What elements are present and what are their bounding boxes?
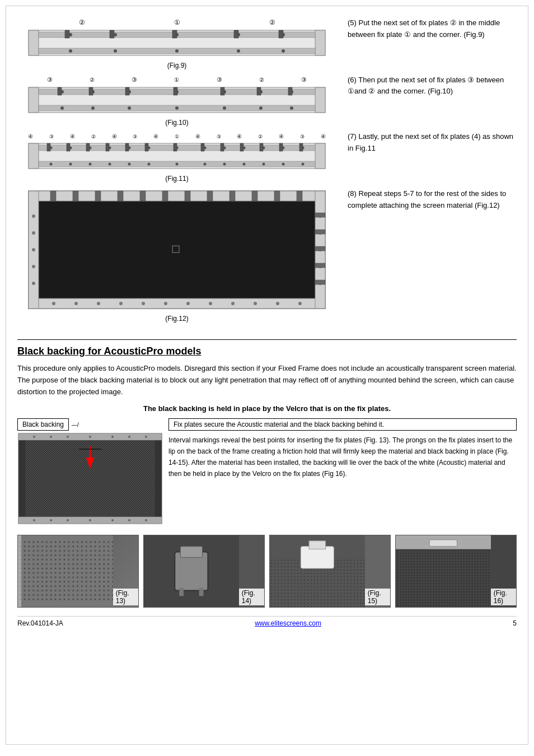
svg-rect-19: [279, 30, 283, 38]
svg-rect-80: [106, 143, 109, 151]
footer: Rev.041014-JA www.elitescreens.com 5: [17, 616, 517, 627]
svg-rect-183: [301, 547, 334, 568]
svg-point-115: [231, 302, 235, 305]
svg-point-109: [97, 302, 100, 305]
svg-point-74: [263, 163, 265, 166]
svg-rect-43: [221, 87, 224, 95]
fig11-n13: ④: [279, 133, 284, 139]
svg-rect-132: [95, 191, 101, 201]
svg-point-68: [128, 163, 131, 166]
svg-point-34: [128, 106, 131, 110]
svg-rect-21: [29, 87, 39, 113]
svg-rect-90: [29, 191, 325, 309]
svg-rect-1: [29, 30, 39, 55]
top-section: ② ① ②: [17, 17, 517, 328]
svg-rect-83: [174, 143, 177, 151]
svg-point-67: [109, 163, 111, 166]
fig11-n7: ④: [153, 133, 158, 139]
figures-column: ② ① ②: [17, 17, 336, 328]
svg-point-118: [298, 302, 302, 305]
footer-rev: Rev.041014-JA: [17, 619, 63, 627]
svg-rect-82: [145, 143, 148, 151]
svg-rect-42: [174, 87, 177, 95]
svg-point-116: [254, 302, 257, 305]
svg-rect-178: [179, 588, 184, 596]
svg-point-154: [33, 436, 35, 438]
svg-rect-17: [172, 30, 177, 38]
fig13-label: (Fig. 13): [113, 589, 138, 605]
svg-rect-145: [315, 263, 325, 268]
svg-rect-2: [315, 30, 325, 55]
svg-point-11: [114, 49, 117, 53]
svg-point-75: [282, 163, 285, 166]
svg-rect-188: [429, 540, 457, 547]
svg-rect-142: [315, 213, 325, 217]
footer-website[interactable]: www.elitescreens.com: [255, 619, 321, 627]
fig11-n2: ③: [49, 134, 54, 139]
fig11-diagram: [17, 141, 336, 171]
svg-rect-177: [180, 547, 202, 558]
fig12-label: (Fig.12): [17, 315, 336, 323]
svg-point-166: [128, 519, 130, 521]
svg-point-38: [290, 106, 293, 110]
svg-rect-135: [162, 191, 168, 201]
svg-point-73: [243, 163, 246, 166]
svg-rect-139: [252, 191, 257, 201]
fig11-label: (Fig.11): [17, 175, 336, 183]
instructions-column: (5) Put the next set of fix plates ② in …: [348, 17, 517, 328]
svg-rect-22: [315, 87, 325, 113]
svg-point-158: [111, 436, 114, 438]
fig13-svg: [18, 535, 113, 607]
svg-point-70: [176, 163, 179, 166]
svg-rect-44: [257, 87, 261, 95]
fig13-photo: (Fig. 13): [17, 535, 139, 608]
svg-rect-86: [240, 143, 243, 151]
fig10-n5: ③: [217, 76, 222, 83]
svg-rect-174: [18, 535, 21, 607]
fig11-n14: ③: [300, 134, 305, 139]
svg-point-32: [60, 106, 64, 110]
svg-point-167: [145, 519, 147, 521]
svg-rect-81: [125, 143, 129, 151]
svg-rect-89: [299, 143, 303, 151]
fig11-n8: ①: [175, 134, 179, 139]
svg-point-71: [204, 163, 207, 166]
svg-rect-88: [279, 143, 283, 151]
fig15-svg: [270, 535, 365, 607]
svg-rect-140: [274, 191, 280, 201]
svg-rect-184: [309, 541, 326, 549]
svg-point-161: [33, 519, 35, 521]
svg-point-69: [148, 163, 151, 166]
fig10-n2: ②: [90, 77, 95, 83]
svg-rect-92: [29, 298, 325, 309]
fig15-label: (Fig. 15): [365, 589, 390, 605]
svg-point-160: [145, 436, 147, 438]
fig14-svg: [144, 535, 239, 607]
svg-point-110: [119, 302, 123, 305]
section-intro: This procedure only applies to AcousticP…: [17, 363, 517, 398]
fig11-block: ④ ③ ④ ② ④ ③ ④ ① ④ ③ ④ ② ④ ③ ④: [17, 132, 336, 183]
svg-point-162: [50, 519, 52, 521]
svg-point-14: [282, 49, 285, 53]
instruction-6-text: (6) Then put the next set of fix plates …: [348, 74, 517, 98]
svg-point-37: [259, 106, 263, 110]
svg-point-122: [32, 265, 35, 268]
svg-point-119: [32, 214, 35, 218]
svg-point-120: [32, 231, 35, 235]
fig16-svg: [396, 535, 491, 607]
svg-rect-130: [50, 191, 56, 201]
svg-point-123: [32, 282, 35, 285]
svg-rect-87: [260, 143, 263, 151]
fig16-photo: (Fig. 16): [395, 535, 517, 608]
fig12-block: (Fig.12): [17, 188, 336, 323]
svg-point-107: [52, 302, 55, 305]
backing-image-svg: [17, 432, 163, 525]
svg-rect-15: [65, 30, 69, 38]
black-backing-label: Black backing: [17, 418, 69, 431]
svg-point-157: [89, 436, 91, 438]
svg-rect-40: [89, 87, 93, 95]
svg-rect-84: [201, 143, 204, 151]
svg-rect-48: [315, 143, 325, 169]
svg-point-10: [69, 49, 72, 53]
svg-point-36: [223, 106, 226, 110]
